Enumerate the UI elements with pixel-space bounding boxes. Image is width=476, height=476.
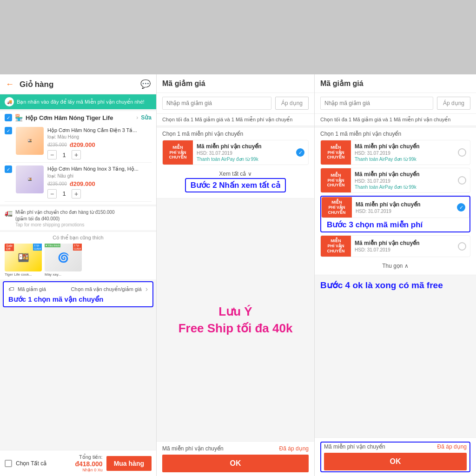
collapse-btn[interactable]: Thu gọn ∧ [320,260,470,272]
cart-banner[interactable]: 🚚 Bạn nhấn vào đây để lấy mã Miễn phí vậ… [0,94,156,109]
voucher-card-middle-1[interactable]: MIỄNPHÍ VẬNCHUYỂN Mã miễn phí vận chuyển… [162,140,309,165]
shipping-details: Miễn phí vận chuyển cho đơn hàng từ đ150… [15,209,114,227]
voucher-left-middle-1: MIỄNPHÍ VẬNCHUYỂN [163,140,193,165]
cart-header: ← Giỏ hàng 💬 [0,74,156,94]
product1-qty-control: − 1 + [47,150,152,159]
coupon-ok-btn-middle[interactable]: OK [162,455,309,472]
coupon-middle-info: Chọn tối đa 1 Mã giảm giá và 1 Mã miễn p… [157,114,314,126]
select-all-label: Chọn Tất cả [16,460,46,467]
free-ship-title-middle: Chọn 1 mã miễn phí vận chuyển [162,131,309,137]
coupon-middle-apply-btn[interactable]: Áp dụng [275,97,309,110]
coupon-right-applied-label: Mã miễn phí vận chuyển [324,443,385,450]
coupon-applied-label: Mã miễn phí vận chuyển [162,445,224,452]
product1-qty-minus[interactable]: − [47,150,57,159]
product-item-2: ✓ 🍱 Hộp Cơm Hâm Nóng Inox 3 Tầng, Hộ... … [5,163,152,201]
coupon-right-input-row: Áp dụng [315,93,476,114]
panel-coupon-middle: Mã giảm giá Áp dụng Chọn tối đa 1 Mã giả… [157,74,315,476]
coupon-right-apply-btn[interactable]: Áp dụng [437,97,470,110]
product1-price-new: đ209.000 [70,141,95,148]
voucher-check-right-3: ✓ [453,197,469,218]
collapse-text: Thu gọn ∧ [382,263,409,269]
coupon-middle-input[interactable] [162,97,271,110]
cart-chat-icon[interactable]: 💬 [140,79,151,89]
product2-price-old: đ235.000 [47,181,67,186]
coupon-arrow-icon: › [145,285,148,293]
voucher-right-right-1: Mã miễn phí vận chuyển HSD: 31.07.2019 T… [351,140,454,165]
shop-checkbox[interactable]: ✓ [5,114,12,121]
buy-button[interactable]: Mua hàng [106,456,152,471]
shipping-info: 🚛 Miễn phí vận chuyển cho đơn hàng từ đ1… [0,206,156,230]
luu-y-section: Lưu ÝFree Ship tối đa 40k [157,198,314,441]
product1-qty-plus[interactable]: + [72,150,81,159]
voucher-check-right-4 [454,236,470,256]
product1-checkbox[interactable]: ✓ [5,127,12,134]
rec-item-1[interactable]: 🍱 SaleOff 11%GIẢM Tiger Life cook... [5,244,42,277]
product1-name: Hộp Cơm Hâm Nóng Cắm Điện 3 Tầ... [47,127,152,133]
voucher-check-right-1 [454,140,470,165]
shop-sua-btn[interactable]: Sửa [141,114,152,121]
step1-label: Bước 1 chọn mã vận chuyển [8,295,148,304]
back-arrow-icon[interactable]: ← [6,79,14,89]
select-all-checkbox[interactable] [5,460,12,467]
rec-items: 🍱 SaleOff 11%GIẢM Tiger Life cook... 🌀 ♥… [5,244,152,277]
rec-img-1: 🍱 SaleOff 11%GIẢM [5,244,42,271]
product-item-1: ✓ 🍱 Hộp Cơm Hâm Nóng Cắm Điện 3 Tầ... lo… [5,124,152,163]
step2-label: Bước 2 Nhấn xem tất cả [191,179,281,192]
product2-qty-control: − 1 + [47,189,152,198]
voucher-hsd-right-1: HSD: 31.07.2019 [355,151,450,156]
voucher-card-right-2[interactable]: MIỄNPHÍ VẬNCHUYỂN Mã miễn phí vận chuyển… [320,168,470,193]
total-xu: Nhận 0 Xu [50,468,103,472]
product2-checkbox[interactable]: ✓ [5,165,12,173]
shop-chevron-icon: › [136,114,138,121]
xem-tat-ca-section: Xem tất cả ∨ Bước 2 Nhấn xem tất cả [162,168,309,195]
cart-banner-text: Bạn nhấn vào đây để lấy mã Miễn phí vận … [17,99,145,105]
rec-title: Có thể bạn cũng thích [5,235,152,241]
coupon-ok-btn-right[interactable]: OK [324,453,467,470]
voucher-right-middle-1: Mã miễn phí vận chuyển HSD: 31.07.2019 T… [193,140,292,165]
coupon-right-title: Mã giảm giá [320,79,470,88]
voucher-name-right-2: Mã miễn phí vận chuyển [355,171,450,178]
voucher-card-right-3[interactable]: MIỄNPHÍ VẬNCHUYỂN Mã miễn phí vận chuyển… [321,197,469,218]
shipping-text: Miễn phí vận chuyển cho đơn hàng từ đ150… [15,209,114,222]
luu-y-text: Lưu ÝFree Ship tối đa 40k [178,303,293,337]
coupon-footer-applied-row: Mã miễn phí vận chuyển Đã áp dụng [162,445,309,452]
voucher-card-right-1[interactable]: MIỄNPHÍ VẬNCHUYỂN Mã miễn phí vận chuyển… [320,140,470,165]
shipping-tap[interactable]: Tap for more shipping promotions [15,222,114,227]
shop-store-icon: 🏪 [15,114,23,121]
product2-qty-minus[interactable]: − [47,189,57,198]
voucher-name-right-1: Mã miễn phí vận chuyển [355,143,450,150]
coupon-icon: 🏷 [8,286,14,292]
voucher-unselected-icon-right-2 [458,176,466,185]
product2-qty: 1 [60,190,69,197]
product2-qty-plus[interactable]: + [72,189,81,198]
product2-name: Hộp Cơm Hâm Nóng Inox 3 Tầng, Hộ... [47,165,152,172]
step1-coupon-box[interactable]: 🏷 Mã giảm giá Chọn mã vận chuyển/giảm gi… [3,281,153,307]
voucher-right-right-2: Mã miễn phí vận chuyển HSD: 31.07.2019 T… [351,168,454,192]
shop-section: ✓ 🏪 Hộp Cơm Hâm Nóng Tiger Life › Sửa ✓ … [0,111,156,205]
free-ship-title-right: Chọn 1 mã miễn phí vận chuyển [320,131,470,137]
product1-qty: 1 [60,152,69,159]
voucher-check-right-2 [454,168,470,192]
coupon-right-applied-status: Đã áp dụng [437,443,467,450]
voucher-card-right-4[interactable]: MIỄNPHÍ VẬNCHUYỂN Mã miễn phí vận chuyển… [320,235,470,257]
coupon-middle-footer: Mã miễn phí vận chuyển Đã áp dụng OK [157,441,314,476]
voucher-airpay-middle-1: Thanh toán AirPay đơn từ 99k [197,157,289,162]
panel-cart: ← Giỏ hàng 💬 🚚 Bạn nhấn vào đây để lấy m… [0,74,157,476]
xem-tat-ca-btn[interactable]: Xem tất cả ∨ Bước 2 Nhấn xem tất cả [162,168,309,195]
voucher-left-right-3: MIỄNPHÍ VẬNCHUYỂN [322,197,352,218]
voucher-airpay-right-2: Thanh toán AirPay đơn từ 99k [355,185,450,190]
rec-item-2[interactable]: 🌀 ♥ Yêu thích 17%GIẢM Máy xay... [45,244,82,277]
step2-highlight-box: Bước 2 Nhấn xem tất cả [185,178,286,192]
coupon-right-header: Mã giảm giá [315,74,476,93]
product1-variant: loại: Màu Hồng [47,134,152,139]
product2-price-new: đ209.000 [70,180,95,187]
coupon-middle-header: Mã giảm giá [157,74,314,93]
coupon-right-input[interactable] [320,97,433,110]
coupon-select: Chọn mã vận chuyển/giảm giá [71,286,142,292]
step4-footer-highlight: Mã miễn phí vận chuyển Đã áp dụng OK [320,442,470,472]
product2-price: đ235.000 đ209.000 [47,180,152,187]
xem-tat-ca-text: Xem tất cả ∨ [165,171,306,177]
recommendations: Có thể bạn cũng thích 🍱 SaleOff 11%GIẢM … [0,232,156,280]
coupon-applied-status: Đã áp dụng [279,445,309,452]
voucher-left-right-2: MIỄNPHÍ VẬNCHUYỂN [321,168,351,192]
